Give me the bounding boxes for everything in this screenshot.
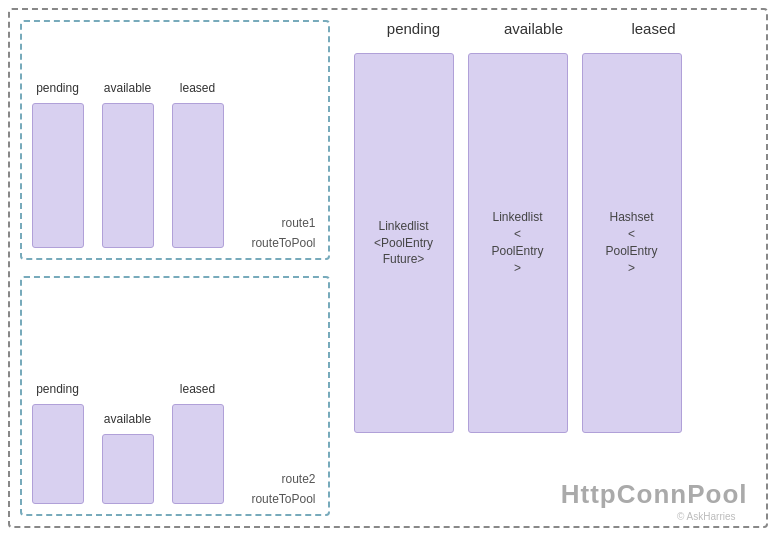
right-pending-header: pending [387,20,440,37]
right-available-header: available [504,20,563,37]
route1-leased-bar [172,103,224,248]
route1-leased-col: leased [172,81,224,248]
route2-available-bar [102,434,154,504]
route2-label: route2 [281,472,315,486]
route2-available-label: available [104,412,151,426]
right-leased-header: leased [631,20,675,37]
route2-available-col: available [102,412,154,504]
route1-leased-label: leased [180,81,215,95]
route1-box: pending available leased route1 routeToP… [20,20,330,260]
route2-pending-label: pending [36,382,79,396]
right-pending-col-header: pending [354,20,474,45]
right-leased-col-header: leased [594,20,714,45]
route2-routetopool-label: routeToPool [251,492,315,506]
route2-leased-col: leased [172,382,224,504]
right-bar-container: Linkedlist<PoolEntryFuture> Linkedlist<P… [354,53,752,516]
right-headers: pending available leased [354,20,752,45]
right-available-bar-text: Linkedlist<PoolEntry> [491,209,543,276]
right-leased-bar: Hashset<PoolEntry> [582,53,682,433]
route1-pending-col: pending [32,81,84,248]
right-pending-bar: Linkedlist<PoolEntryFuture> [354,53,454,433]
right-available-col-header: available [474,20,594,45]
route2-pending-bar [32,404,84,504]
route1-label: route1 [281,216,315,230]
right-side: pending available leased Linkedlist<Pool… [340,10,766,526]
route1-pending-bar [32,103,84,248]
route1-available-col: available [102,81,154,248]
watermark: © AskHarries [677,511,736,522]
main-diagram: pending available leased route1 routeToP… [8,8,768,528]
right-pending-bar-text: Linkedlist<PoolEntryFuture> [374,218,433,268]
right-leased-bar-text: Hashset<PoolEntry> [605,209,657,276]
route1-available-bar [102,103,154,248]
left-side: pending available leased route1 routeToP… [10,10,340,526]
route2-leased-bar [172,404,224,504]
route2-box: pending available leased route2 routeToP… [20,276,330,516]
right-available-bar: Linkedlist<PoolEntry> [468,53,568,433]
route2-leased-label: leased [180,382,215,396]
route1-available-label: available [104,81,151,95]
httpcconnpool-label: HttpConnPool [561,479,748,510]
route1-routetopool-label: routeToPool [251,236,315,250]
route2-pending-col: pending [32,382,84,504]
route1-pending-label: pending [36,81,79,95]
